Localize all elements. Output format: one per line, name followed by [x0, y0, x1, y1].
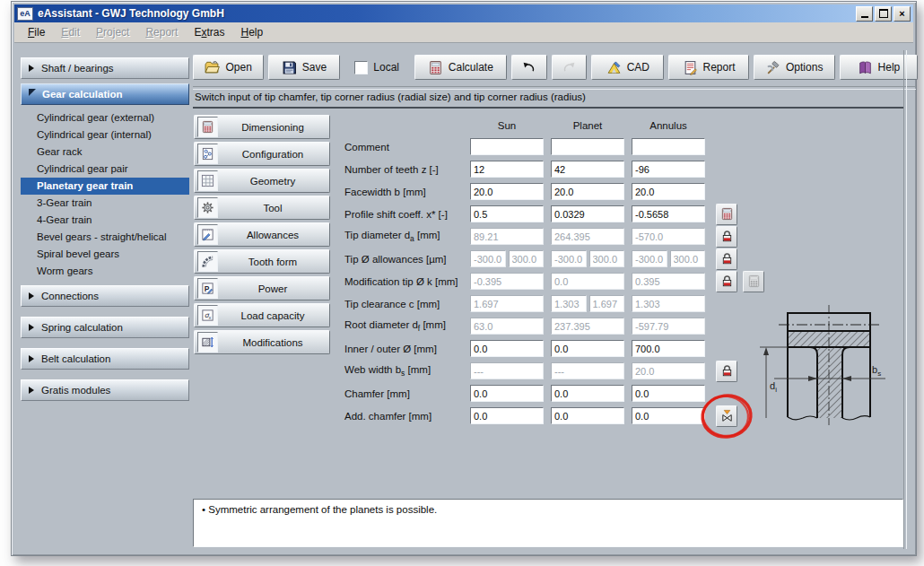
field-number-of-teeth-z-planet[interactable] [551, 161, 624, 178]
field-add-chamfer-mm-sun[interactable] [470, 407, 544, 424]
field-facewidth-b-mm-annulus[interactable] [632, 183, 705, 200]
field-inner-outer-mm-sun[interactable] [470, 340, 544, 357]
minimize-button[interactable] [856, 6, 873, 22]
sidebar-section-spring-calculation[interactable]: Spring calculation [21, 317, 189, 338]
field-add-chamfer-mm-annulus[interactable] [632, 407, 705, 424]
options-button[interactable]: Options [754, 55, 835, 80]
sidebar-item-4-gear-train[interactable]: 4-Gear train [19, 212, 191, 229]
app-window: eA eAssistant - GWJ Technology GmbH × Fi… [11, 1, 917, 556]
field-number-of-teeth-z-annulus[interactable] [632, 161, 705, 178]
field-facewidth-b-mm-sun[interactable] [470, 183, 544, 200]
field-comment-planet[interactable] [551, 138, 624, 155]
svg-text:x: x [208, 315, 211, 320]
form-row-web-width-bs-mm: Web width bs [mm] [344, 360, 793, 382]
open-button[interactable]: Open [193, 55, 264, 80]
field-inner-outer-mm-planet[interactable] [551, 340, 624, 357]
field-chamfer-mm-sun[interactable] [470, 385, 544, 402]
field-modification-tip-k-mm-annulus [632, 273, 705, 290]
cell-root-diameter-df-mm-sun [470, 318, 544, 335]
field-inner-outer-mm-annulus[interactable] [632, 340, 705, 357]
switch-icon [720, 409, 734, 422]
form-label-add-chamfer-mm: Add. chamfer [mm] [344, 411, 470, 422]
form-label-root-diameter-df-mm: Root diameter df [mm] [344, 319, 470, 333]
modification-tip-lock-button[interactable] [716, 271, 737, 292]
profile-shift-calculator-button[interactable] [716, 204, 737, 225]
sidebar-section-belt-calculation[interactable]: Belt calculation [21, 348, 189, 370]
cell-tip-allowances-m-planet [551, 250, 624, 267]
form-row-tip-clearance-c-mm: Tip clearance c [mm] [344, 292, 793, 315]
field-comment-sun[interactable] [470, 138, 544, 155]
nav-tool-button[interactable]: Tool [194, 196, 330, 220]
modification-tip-calculator-button [743, 271, 764, 292]
nav-modifications-label: Modifications [218, 337, 327, 348]
nav-configuration-label: Configuration [218, 149, 327, 160]
nav-load-capacity-label: Load capacity [218, 310, 327, 321]
sidebar-item-cylindrical-gear-pair[interactable]: Cylindrical gear pair [19, 161, 191, 178]
app-icon: eA [17, 7, 33, 21]
sidebar-item-planetary-gear-train[interactable]: Planetary gear train [21, 178, 189, 195]
cell-facewidth-b-mm-annulus [632, 183, 705, 200]
field-profile-shift-coeff-x-sun[interactable] [470, 205, 544, 222]
web-width-lock-button[interactable] [716, 361, 737, 382]
local-checkbox[interactable] [354, 61, 368, 74]
menu-file[interactable]: File [20, 24, 53, 40]
nav-load-capacity-button[interactable]: σxLoad capacity [194, 303, 330, 327]
sidebar-item-gear-rack[interactable]: Gear rack [19, 144, 191, 161]
field-profile-shift-coeff-x-planet[interactable] [551, 205, 624, 222]
allowances-icon-box [197, 224, 218, 245]
cell-web-width-bs-mm-planet [551, 362, 624, 379]
nav-allowances-button[interactable]: Allowances [194, 222, 330, 247]
sidebar-item-cylindrical-gear-external[interactable]: Cylindrical gear (external) [19, 109, 191, 126]
sidebar-section-gear-calculation[interactable]: Gear calculation [21, 83, 189, 105]
sidebar-item-3-gear-train[interactable]: 3-Gear train [19, 195, 191, 212]
cell-profile-shift-coeff-x-planet [551, 205, 624, 222]
nav-geometry-button[interactable]: Geometry [194, 169, 330, 193]
field-number-of-teeth-z-sun[interactable] [470, 161, 544, 178]
sidebar-item-bevel-gears-straight-helical[interactable]: Bevel gears - straight/helical [19, 229, 191, 246]
redo-button [552, 55, 588, 80]
nav-configuration-button[interactable]: Configuration [194, 142, 330, 166]
sidebar-section-gratis-modules[interactable]: Gratis modules [21, 379, 189, 401]
nav-dimensioning-button[interactable]: Dimensioning [194, 115, 330, 139]
cell-modification-tip-k-mm-planet [551, 273, 624, 290]
nav-modifications-button[interactable]: Modifications [194, 330, 330, 354]
nav-power-button[interactable]: PPower [194, 276, 330, 300]
cad-button[interactable]: CAD [591, 55, 664, 80]
cell-root-diameter-df-mm-annulus [632, 318, 705, 335]
field-add-chamfer-mm-planet[interactable] [551, 407, 624, 424]
cell-comment-planet [551, 138, 624, 155]
sidebar-section-label: Belt calculation [41, 353, 110, 364]
switch-input-button[interactable] [716, 405, 737, 427]
tip-allowances-lock-button[interactable] [716, 248, 737, 270]
allowances-icon [201, 228, 214, 241]
field-chamfer-mm-annulus[interactable] [632, 385, 705, 402]
sidebar-section-connections[interactable]: Connections [21, 285, 189, 307]
maximize-button[interactable] [875, 6, 892, 22]
field-facewidth-b-mm-planet[interactable] [551, 183, 624, 200]
tip-diameter-lock-button[interactable] [716, 226, 737, 248]
form-label-profile-shift-coeff-x: Profile shift coeff. x* [-] [344, 209, 470, 220]
field-profile-shift-coeff-x-annulus[interactable] [632, 205, 705, 222]
menu-help[interactable]: Help [232, 24, 271, 40]
sidebar-item-spiral-bevel-gears[interactable]: Spiral bevel gears [19, 246, 191, 263]
sidebar-item-worm-gears[interactable]: Worm gears [19, 263, 191, 280]
result-message-box: • Symmetric arrangement of the planets i… [193, 499, 903, 547]
menu-project: Project [88, 24, 137, 40]
sidebar-item-cylindrical-gear-internal[interactable]: Cylindrical gear (internal) [19, 126, 191, 144]
close-button[interactable]: × [893, 6, 911, 22]
sidebar-section-shaft-bearings[interactable]: Shaft / bearings [21, 57, 189, 79]
nav-tooth-form-button[interactable]: Tooth form [194, 249, 330, 274]
minimize-icon [861, 16, 868, 18]
save-button[interactable]: Save [268, 55, 339, 80]
undo-button[interactable] [511, 55, 547, 80]
lock-icon [720, 230, 734, 243]
cell-chamfer-mm-planet [551, 385, 624, 402]
field-tip-allowances-m-sun-lower [470, 250, 506, 267]
field-comment-annulus[interactable] [632, 138, 705, 155]
menu-extras[interactable]: Extras [186, 24, 232, 40]
field-chamfer-mm-planet[interactable] [551, 385, 624, 402]
calculate-button[interactable]: Calculate [414, 55, 507, 80]
report-button[interactable]: Report [668, 55, 748, 80]
field-tip-clearance-c-mm-planet-upper [589, 295, 625, 312]
maximize-icon [879, 9, 888, 18]
